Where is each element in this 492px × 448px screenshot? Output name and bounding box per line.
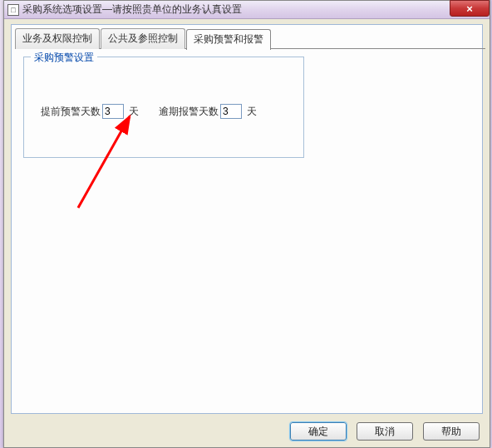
help-button[interactable]: 帮助 xyxy=(423,422,480,441)
close-icon: × xyxy=(466,2,473,15)
button-bar: 确定 取消 帮助 xyxy=(290,422,480,441)
dialog-window: □ 采购系统选项设置—请按照贵单位的业务认真设置 × 业务及权限控制 公共及参照… xyxy=(3,0,490,448)
overdue-alarm-label: 逾期报警天数 xyxy=(159,105,219,119)
app-icon: □ xyxy=(7,4,19,16)
content-area: 业务及权限控制 公共及参照控制 采购预警和报警 采购预警设置 提前预警天数 天 … xyxy=(11,24,483,414)
advance-warning-label: 提前预警天数 xyxy=(41,105,101,119)
field-row: 提前预警天数 天 逾期报警天数 天 xyxy=(41,104,257,119)
window-title: 采购系统选项设置—请按照贵单位的业务认真设置 xyxy=(22,2,242,17)
fieldset-legend: 采购预警设置 xyxy=(31,51,97,65)
tab-row: 业务及权限控制 公共及参照控制 采购预警和报警 xyxy=(15,28,485,49)
titlebar: □ 采购系统选项设置—请按照贵单位的业务认真设置 × xyxy=(4,1,490,19)
overdue-alarm-input[interactable] xyxy=(220,104,242,119)
tab-business-permission[interactable]: 业务及权限控制 xyxy=(15,28,100,49)
cancel-button[interactable]: 取消 xyxy=(357,422,413,441)
ok-button[interactable]: 确定 xyxy=(290,422,347,441)
overdue-alarm-unit: 天 xyxy=(247,105,257,119)
close-button[interactable]: × xyxy=(450,0,490,17)
tab-purchase-warning[interactable]: 采购预警和报警 xyxy=(186,29,271,50)
purchase-warning-fieldset: 采购预警设置 提前预警天数 天 逾期报警天数 天 xyxy=(23,57,304,158)
tab-container: 业务及权限控制 公共及参照控制 采购预警和报警 xyxy=(15,28,485,49)
tab-public-reference[interactable]: 公共及参照控制 xyxy=(101,28,185,49)
advance-warning-input[interactable] xyxy=(102,104,124,119)
advance-warning-unit: 天 xyxy=(129,105,139,119)
